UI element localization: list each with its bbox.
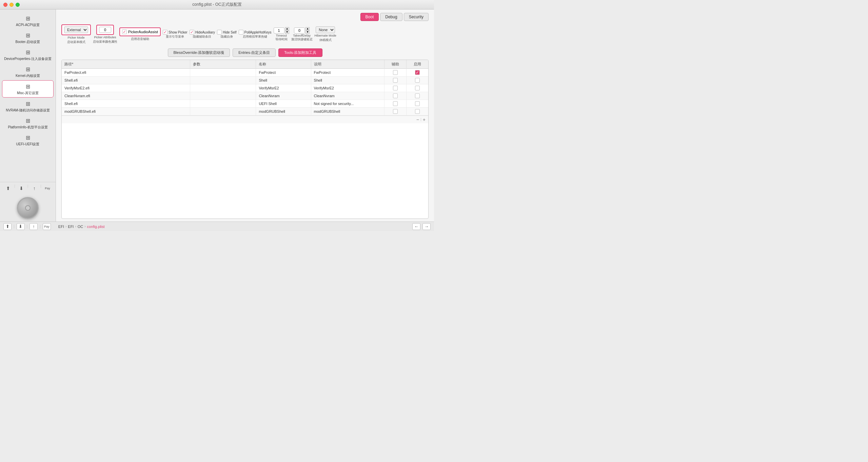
enabled-checkbox-1[interactable] — [415, 78, 420, 83]
cell-name-0: FwProtect — [256, 69, 311, 77]
table-row: FwProtect.efi FwProtect FwProtect ✓ — [62, 69, 428, 77]
table-remove-button[interactable]: − — [416, 117, 419, 122]
controls-row: External Builtin Apple Picker Mode 启动菜单模… — [56, 23, 434, 47]
table-add-button[interactable]: + — [423, 117, 426, 122]
enabled-checkbox-5[interactable] — [415, 109, 420, 114]
sidebar-share-button[interactable]: ↑ — [29, 184, 39, 192]
sub-tab-blessoverride[interactable]: BlessOverride-添加微软启动项 — [168, 48, 230, 57]
sidebar-label-booter: Booter-启动设置 — [16, 40, 40, 44]
sidebar-pay-button[interactable]: Pay — [43, 184, 52, 192]
hide-self-checkbox[interactable] — [217, 30, 222, 35]
tab-bar: BootDebugSecurity — [56, 9, 434, 23]
bottom-right-arrow-button[interactable]: → — [422, 223, 431, 230]
tab-boot[interactable]: Boot — [360, 13, 379, 21]
col-enabled: 启用 — [406, 60, 428, 69]
main-layout: ⊞ ACPI-ACPI设置 ⊞ Booter-启动设置 ⊞ DeviceProp… — [0, 9, 434, 222]
tab-security[interactable]: Security — [404, 13, 429, 21]
cell-path-5: modGRUBShell.efi — [62, 108, 190, 115]
content-area: BootDebugSecurity External Builtin Apple… — [56, 9, 434, 222]
sidebar-item-acpi[interactable]: ⊞ ACPI-ACPI设置 — [2, 13, 54, 29]
cell-name-4: UEFI Shell — [256, 100, 311, 108]
show-picker-label2: 显示引导菜单 — [166, 35, 184, 39]
sidebar-item-platforminfo[interactable]: ⊞ PlatformInfo-机型平台设置 — [2, 115, 54, 131]
cell-arguments-4 — [190, 100, 256, 108]
picker-attr-input[interactable] — [99, 27, 111, 33]
cell-arguments-3 — [190, 92, 256, 100]
cell-auxiliary-1[interactable] — [384, 77, 406, 84]
sidebar-item-uefi[interactable]: ⊞ UEFI-UEFI设置 — [2, 132, 54, 148]
timeout-group: ▲ ▼ Timeout 等待时间 — [274, 27, 289, 42]
cell-auxiliary-0[interactable] — [384, 69, 406, 77]
hibernate-mode-select[interactable]: None — [316, 26, 335, 33]
cell-enabled-5[interactable] — [406, 108, 428, 115]
bottom-left-arrow-button[interactable]: ← — [412, 223, 420, 230]
picker-attr-label1: Picker Attributes — [94, 36, 116, 39]
cell-enabled-4[interactable] — [406, 100, 428, 108]
col-path: 路径* — [62, 60, 190, 69]
show-picker-checkbox[interactable]: ✓ — [163, 30, 167, 35]
auxiliary-checkbox-0[interactable] — [393, 70, 398, 75]
timeout-label1: Timeout — [276, 34, 287, 37]
auxiliary-checkbox-3[interactable] — [393, 93, 398, 98]
close-button[interactable] — [3, 3, 7, 7]
sidebar-export-button[interactable]: ⬇ — [17, 184, 26, 192]
cell-auxiliary-3[interactable] — [384, 92, 406, 100]
cell-name-3: CleanNvram — [256, 92, 311, 100]
hide-auxiliary-group: ✓ HideAuxiliary 隐藏辅助条目 — [190, 30, 215, 39]
cell-enabled-0[interactable]: ✓ — [406, 69, 428, 77]
picker-mode-select[interactable]: External Builtin Apple — [64, 26, 88, 33]
sidebar-item-nvram[interactable]: ⊞ NVRAM-随机访问存储器设置 — [2, 98, 54, 114]
enabled-checkbox-4[interactable] — [415, 101, 420, 106]
hibernate-mode-label1: Hibernate Mode — [315, 34, 336, 37]
enabled-checkbox-0[interactable]: ✓ — [415, 70, 420, 75]
auxiliary-checkbox-2[interactable] — [393, 86, 398, 90]
breadcrumb-sep-2: › — [84, 225, 85, 228]
timeout-input[interactable] — [274, 27, 284, 34]
timeout-down-button[interactable]: ▼ — [285, 30, 289, 34]
sub-tab-entries[interactable]: Entries-自定义条目 — [233, 48, 276, 57]
sidebar-label-acpi: ACPI-ACPI设置 — [16, 23, 40, 27]
takeoff-delay-up-button[interactable]: ▲ — [305, 27, 310, 30]
takeoff-delay-down-button[interactable]: ▼ — [305, 30, 310, 34]
show-picker-group: ✓ Show Picker 显示引导菜单 — [163, 30, 188, 39]
sidebar-item-kernel[interactable]: ⊞ Kernel-内核设置 — [2, 63, 54, 80]
auxiliary-checkbox-1[interactable] — [393, 78, 398, 83]
cell-auxiliary-5[interactable] — [384, 108, 406, 115]
picker-mode-label1: Picker Mode — [67, 36, 84, 39]
auxiliary-checkbox-4[interactable] — [393, 101, 398, 106]
picker-audio-checkbox[interactable]: ✓ — [122, 29, 127, 34]
sidebar-import-button[interactable]: ⬆ — [3, 184, 13, 192]
tab-debug[interactable]: Debug — [380, 13, 402, 21]
cell-enabled-3[interactable] — [406, 92, 428, 100]
sidebar-item-booter[interactable]: ⊞ Booter-启动设置 — [2, 29, 54, 46]
poll-apple-checkbox[interactable] — [239, 30, 243, 35]
breadcrumb-sep-0: › — [65, 225, 66, 228]
sidebar-item-deviceprops[interactable]: ⊞ DeviceProperties-注入设备设置 — [2, 46, 54, 63]
enabled-checkbox-2[interactable] — [415, 86, 420, 90]
cell-enabled-2[interactable] — [406, 84, 428, 92]
sidebar-icon-kernel: ⊞ — [26, 66, 30, 72]
takeoff-delay-input[interactable] — [294, 27, 305, 34]
sidebar-label-kernel: Kernel-内核设置 — [16, 74, 40, 78]
bottom-import-button[interactable]: ⬆ — [3, 223, 12, 230]
bottom-share-button[interactable]: ↑ — [29, 223, 38, 230]
timeout-up-button[interactable]: ▲ — [285, 27, 289, 30]
cell-auxiliary-2[interactable] — [384, 84, 406, 92]
hide-auxiliary-checkbox[interactable]: ✓ — [190, 30, 194, 35]
cell-auxiliary-4[interactable] — [384, 100, 406, 108]
bottom-export-button[interactable]: ⬇ — [17, 223, 25, 230]
bottom-pay-button[interactable]: Pay — [43, 223, 51, 230]
picker-mode-label2: 启动菜单模式 — [67, 40, 85, 44]
minimize-button[interactable] — [9, 3, 14, 7]
hide-self-row: Hide Self — [217, 30, 237, 35]
picker-attr-box — [96, 25, 114, 35]
sidebar-item-misc[interactable]: ⊞ Misc-其它设置 — [2, 80, 54, 98]
hide-auxiliary-label2: 隐藏辅助条目 — [193, 35, 211, 39]
cell-enabled-1[interactable] — [406, 77, 428, 84]
enabled-checkbox-3[interactable] — [415, 93, 420, 98]
show-picker-label1: Show Picker — [169, 30, 188, 34]
auxiliary-checkbox-5[interactable] — [393, 109, 398, 114]
sub-tab-tools[interactable]: Tools-添加附加工具 — [278, 48, 322, 57]
takeoff-delay-row: ▲ ▼ — [294, 27, 310, 34]
maximize-button[interactable] — [16, 3, 20, 7]
